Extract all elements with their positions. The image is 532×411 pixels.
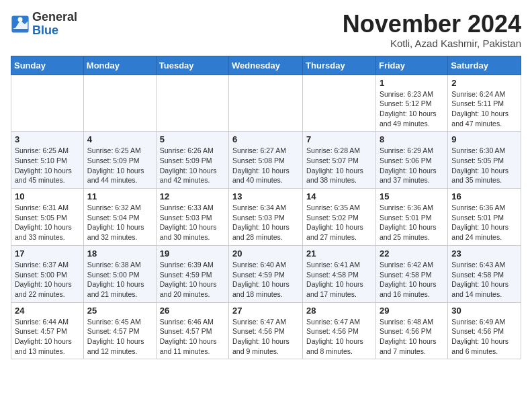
calendar-cell: 22Sunrise: 6:42 AM Sunset: 4:58 PM Dayli… <box>375 245 447 302</box>
day-info: Sunrise: 6:49 AM Sunset: 4:56 PM Dayligh… <box>451 317 517 357</box>
calendar-cell: 14Sunrise: 6:35 AM Sunset: 5:02 PM Dayli… <box>303 189 376 246</box>
calendar-cell: 27Sunrise: 6:47 AM Sunset: 4:56 PM Dayli… <box>229 302 303 359</box>
calendar-cell: 18Sunrise: 6:38 AM Sunset: 5:00 PM Dayli… <box>83 245 156 302</box>
day-info: Sunrise: 6:33 AM Sunset: 5:03 PM Dayligh… <box>160 203 225 242</box>
day-info: Sunrise: 6:38 AM Sunset: 5:00 PM Dayligh… <box>87 260 152 300</box>
logo-general: General <box>32 10 77 24</box>
calendar-cell: 20Sunrise: 6:40 AM Sunset: 4:59 PM Dayli… <box>229 245 303 302</box>
day-info: Sunrise: 6:46 AM Sunset: 4:57 PM Dayligh… <box>160 317 225 357</box>
day-info: Sunrise: 6:36 AM Sunset: 5:01 PM Dayligh… <box>380 203 444 242</box>
day-number: 15 <box>380 191 444 201</box>
location-title: Kotli, Azad Kashmir, Pakistan <box>343 38 521 49</box>
day-number: 17 <box>15 248 80 259</box>
week-row-1: 3Sunrise: 6:25 AM Sunset: 5:10 PM Daylig… <box>11 132 521 189</box>
calendar-cell: 10Sunrise: 6:31 AM Sunset: 5:05 PM Dayli… <box>11 189 84 246</box>
month-title: November 2024 <box>343 11 521 38</box>
calendar-cell: 2Sunrise: 6:24 AM Sunset: 5:11 PM Daylig… <box>448 75 521 132</box>
day-info: Sunrise: 6:27 AM Sunset: 5:08 PM Dayligh… <box>232 146 299 185</box>
day-number: 10 <box>15 191 80 201</box>
day-number: 28 <box>306 306 372 316</box>
day-number: 11 <box>87 191 152 201</box>
week-row-2: 10Sunrise: 6:31 AM Sunset: 5:05 PM Dayli… <box>11 189 521 246</box>
day-info: Sunrise: 6:43 AM Sunset: 4:58 PM Dayligh… <box>451 260 517 300</box>
day-number: 6 <box>232 134 299 144</box>
calendar-cell: 3Sunrise: 6:25 AM Sunset: 5:10 PM Daylig… <box>11 132 84 189</box>
calendar-cell <box>83 75 156 132</box>
day-info: Sunrise: 6:47 AM Sunset: 4:56 PM Dayligh… <box>232 317 299 357</box>
weekday-header-thursday: Thursday <box>303 56 376 75</box>
day-info: Sunrise: 6:29 AM Sunset: 5:06 PM Dayligh… <box>380 146 444 185</box>
calendar-cell: 15Sunrise: 6:36 AM Sunset: 5:01 PM Dayli… <box>375 189 447 246</box>
calendar-table: SundayMondayTuesdayWednesdayThursdayFrid… <box>11 56 521 360</box>
weekday-header-tuesday: Tuesday <box>156 56 228 75</box>
day-number: 7 <box>306 134 372 144</box>
day-number: 16 <box>451 191 517 201</box>
day-number: 9 <box>451 134 517 144</box>
day-number: 14 <box>306 191 372 201</box>
week-row-4: 24Sunrise: 6:44 AM Sunset: 4:57 PM Dayli… <box>11 302 521 359</box>
calendar-cell: 9Sunrise: 6:30 AM Sunset: 5:05 PM Daylig… <box>448 132 521 189</box>
day-info: Sunrise: 6:35 AM Sunset: 5:02 PM Dayligh… <box>306 203 372 242</box>
calendar-cell <box>11 75 84 132</box>
calendar-cell <box>156 75 228 132</box>
day-number: 21 <box>306 248 372 259</box>
day-info: Sunrise: 6:48 AM Sunset: 4:56 PM Dayligh… <box>380 317 444 357</box>
weekday-header-sunday: Sunday <box>11 56 84 75</box>
day-info: Sunrise: 6:26 AM Sunset: 5:09 PM Dayligh… <box>160 146 225 185</box>
day-info: Sunrise: 6:41 AM Sunset: 4:58 PM Dayligh… <box>306 260 372 300</box>
day-info: Sunrise: 6:37 AM Sunset: 5:00 PM Dayligh… <box>15 260 80 300</box>
calendar-cell: 19Sunrise: 6:39 AM Sunset: 4:59 PM Dayli… <box>156 245 228 302</box>
day-info: Sunrise: 6:42 AM Sunset: 4:58 PM Dayligh… <box>380 260 444 300</box>
day-number: 20 <box>232 248 299 259</box>
day-number: 5 <box>160 134 225 144</box>
weekday-header-monday: Monday <box>83 56 156 75</box>
day-number: 27 <box>232 306 299 316</box>
logo-blue: Blue <box>32 24 58 37</box>
day-number: 30 <box>451 306 517 316</box>
weekday-header-row: SundayMondayTuesdayWednesdayThursdayFrid… <box>11 56 521 75</box>
day-info: Sunrise: 6:36 AM Sunset: 5:01 PM Dayligh… <box>451 203 517 242</box>
day-number: 24 <box>15 306 80 316</box>
calendar-cell: 29Sunrise: 6:48 AM Sunset: 4:56 PM Dayli… <box>375 302 447 359</box>
day-number: 1 <box>380 78 444 88</box>
day-number: 3 <box>15 134 80 144</box>
week-row-0: 1Sunrise: 6:23 AM Sunset: 5:12 PM Daylig… <box>11 75 521 132</box>
day-number: 29 <box>380 306 444 316</box>
day-info: Sunrise: 6:47 AM Sunset: 4:56 PM Dayligh… <box>306 317 372 357</box>
calendar-cell: 1Sunrise: 6:23 AM Sunset: 5:12 PM Daylig… <box>375 75 447 132</box>
day-number: 26 <box>160 306 225 316</box>
weekday-header-saturday: Saturday <box>448 56 521 75</box>
day-info: Sunrise: 6:25 AM Sunset: 5:10 PM Dayligh… <box>15 146 80 185</box>
logo: General Blue <box>11 11 77 38</box>
calendar-cell: 17Sunrise: 6:37 AM Sunset: 5:00 PM Dayli… <box>11 245 84 302</box>
calendar-cell: 6Sunrise: 6:27 AM Sunset: 5:08 PM Daylig… <box>229 132 303 189</box>
day-info: Sunrise: 6:24 AM Sunset: 5:11 PM Dayligh… <box>451 89 517 129</box>
day-number: 25 <box>87 306 152 316</box>
day-info: Sunrise: 6:28 AM Sunset: 5:07 PM Dayligh… <box>306 146 372 185</box>
calendar-cell: 28Sunrise: 6:47 AM Sunset: 4:56 PM Dayli… <box>303 302 376 359</box>
day-number: 18 <box>87 248 152 259</box>
day-number: 19 <box>160 248 225 259</box>
day-number: 13 <box>232 191 299 201</box>
day-info: Sunrise: 6:45 AM Sunset: 4:57 PM Dayligh… <box>87 317 152 357</box>
weekday-header-wednesday: Wednesday <box>229 56 303 75</box>
calendar-cell: 24Sunrise: 6:44 AM Sunset: 4:57 PM Dayli… <box>11 302 84 359</box>
calendar-cell: 30Sunrise: 6:49 AM Sunset: 4:56 PM Dayli… <box>448 302 521 359</box>
day-number: 22 <box>380 248 444 259</box>
calendar-cell: 12Sunrise: 6:33 AM Sunset: 5:03 PM Dayli… <box>156 189 228 246</box>
day-info: Sunrise: 6:25 AM Sunset: 5:09 PM Dayligh… <box>87 146 152 185</box>
day-info: Sunrise: 6:34 AM Sunset: 5:03 PM Dayligh… <box>232 203 299 242</box>
day-number: 8 <box>380 134 444 144</box>
day-info: Sunrise: 6:40 AM Sunset: 4:59 PM Dayligh… <box>232 260 299 300</box>
calendar-cell: 25Sunrise: 6:45 AM Sunset: 4:57 PM Dayli… <box>83 302 156 359</box>
day-info: Sunrise: 6:39 AM Sunset: 4:59 PM Dayligh… <box>160 260 225 300</box>
day-info: Sunrise: 6:44 AM Sunset: 4:57 PM Dayligh… <box>15 317 80 357</box>
day-info: Sunrise: 6:23 AM Sunset: 5:12 PM Dayligh… <box>380 89 444 129</box>
week-row-3: 17Sunrise: 6:37 AM Sunset: 5:00 PM Dayli… <box>11 245 521 302</box>
calendar-cell: 13Sunrise: 6:34 AM Sunset: 5:03 PM Dayli… <box>229 189 303 246</box>
calendar-cell: 26Sunrise: 6:46 AM Sunset: 4:57 PM Dayli… <box>156 302 228 359</box>
calendar-cell: 5Sunrise: 6:26 AM Sunset: 5:09 PM Daylig… <box>156 132 228 189</box>
calendar-cell: 7Sunrise: 6:28 AM Sunset: 5:07 PM Daylig… <box>303 132 376 189</box>
title-area: November 2024 Kotli, Azad Kashmir, Pakis… <box>343 11 521 49</box>
calendar-cell <box>303 75 376 132</box>
